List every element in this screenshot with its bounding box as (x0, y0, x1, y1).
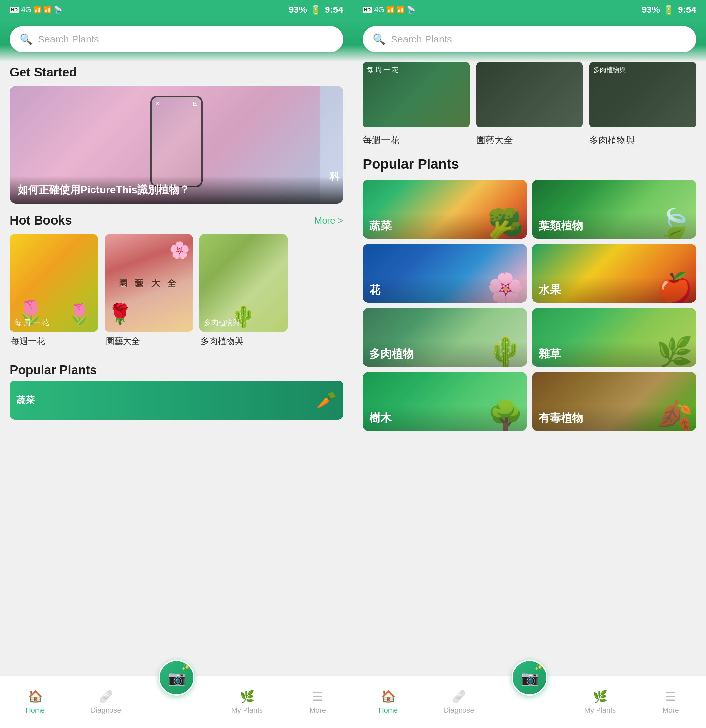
more-icon-left: ☰ (312, 690, 323, 703)
plant-card-fruits[interactable]: 🍎 水果 (532, 244, 696, 303)
right-phone-panel: HD 4G 📶 📶 📡 93% 🔋 9:54 🔍 Search Plants 每… (353, 0, 706, 728)
battery-icon-left: 🔋 (310, 4, 322, 15)
nav-diagnose-left[interactable]: 🩹 Diagnose (71, 676, 141, 728)
books-top-strip: 每 周 一 花 多肉植物與 (353, 62, 706, 134)
trees-label: 樹木 (363, 405, 527, 431)
leaves-label: 葉類植物 (532, 213, 696, 238)
book-card-2[interactable]: 園 藝 大 全 🌹 🌸 園藝大全 (105, 234, 193, 347)
popular-section-right: Popular Plants 🥦 蔬菜 🍃 葉類植物 🌸 花 (353, 153, 706, 431)
time-battery-right: 93% 🔋 9:54 (642, 4, 696, 15)
signal-icons-left: HD 4G 📶 📶 📡 (10, 5, 62, 14)
tulip-deco-2: 🌷 (67, 302, 91, 326)
search-icon-right: 🔍 (372, 33, 386, 45)
plant-card-toxic[interactable]: 🍂 有毒植物 (532, 372, 696, 431)
hot-books-more-link[interactable]: More > (315, 215, 343, 226)
plant-card-leaves[interactable]: 🍃 葉類植物 (532, 180, 696, 238)
plant-card-flowers[interactable]: 🌸 花 (363, 244, 527, 303)
nav-camera-left[interactable]: 📷 ✨ (141, 676, 212, 728)
plant-card-veggies[interactable]: 🥦 蔬菜 (363, 180, 527, 238)
book-name-r3: 多肉植物與 (589, 134, 696, 146)
popular-title-left: Popular Plants (10, 363, 97, 377)
signal-right: 4G (374, 5, 384, 14)
books-scroll-left: 🌷 🌷 每 周 一 花 每週一花 園 藝 大 全 🌹 🌸 園藝大全 (0, 234, 353, 353)
nav-myplants-left[interactable]: 🌿 My Plants (212, 676, 282, 728)
signal-bars-2-right: 📶 (397, 6, 405, 14)
nav-myplants-right[interactable]: 🌿 My Plants (565, 676, 635, 728)
succulent-label: 多肉植物 (363, 341, 527, 367)
book-img-2: 園 藝 大 全 🌹 🌸 (105, 234, 193, 332)
mini-book-label-1: 每 周 一 花 (367, 65, 398, 74)
veggies-label: 蔬菜 (363, 213, 527, 238)
preview-label: 蔬菜 (16, 394, 35, 406)
camera-fab-right[interactable]: 📷 ✨ (511, 660, 547, 696)
mini-book-1[interactable]: 每 周 一 花 (363, 62, 470, 127)
search-placeholder-left: Search Plants (38, 34, 99, 45)
home-icon-right: 🏠 (381, 690, 396, 703)
rose-deco: 🌹 (108, 302, 132, 326)
status-bar-left: HD 4G 📶 📶 📡 93% 🔋 9:54 (0, 0, 353, 20)
battery-pct-right: 93% (642, 4, 660, 15)
nav-diagnose-right[interactable]: 🩹 Diagnose (424, 676, 494, 728)
plant-card-succulent[interactable]: 🌵 多肉植物 (363, 308, 527, 367)
time-right: 9:54 (678, 4, 696, 15)
book-img-1: 🌷 🌷 每 周 一 花 (10, 234, 98, 332)
search-icon-left: 🔍 (20, 33, 33, 45)
nav-more-right[interactable]: ☰ More (635, 676, 706, 728)
header-right: 🔍 Search Plants (353, 20, 706, 62)
mini-book-2[interactable] (476, 62, 583, 127)
content-left: Get Started ✕ ⊞ 如何正確使用PictureThis識別植物？ 科… (0, 62, 353, 676)
search-bar-right[interactable]: 🔍 Search Plants (363, 26, 696, 52)
toxic-label: 有毒植物 (532, 405, 696, 431)
phone-illustration: ✕ ⊞ (150, 96, 203, 187)
more-label-left: More (309, 706, 326, 715)
signal-icons-right: HD 4G 📶 📶 📡 (363, 5, 416, 14)
wifi-icon-left2: 📡 (53, 6, 62, 14)
search-placeholder-right: Search Plants (391, 34, 452, 45)
flowers-label: 花 (363, 277, 527, 303)
camera-fab-left[interactable]: 📷 ✨ (159, 660, 195, 696)
mini-book-3[interactable]: 多肉植物與 (589, 62, 696, 127)
wifi-right: 📡 (407, 6, 416, 14)
book-img-3: 🌵 多肉植物與 (199, 234, 287, 332)
mini-book-label-3: 多肉植物與 (593, 65, 626, 74)
myplants-icon-right: 🌿 (593, 690, 608, 703)
book-card-1[interactable]: 🌷 🌷 每 周 一 花 每週一花 (10, 234, 98, 347)
signal-bars-right: 📶 (386, 6, 394, 14)
article-card[interactable]: ✕ ⊞ 如何正確使用PictureThis識別植物？ 科 (10, 86, 343, 204)
header-left: 🔍 Search Plants (0, 20, 353, 62)
myplants-icon-left: 🌿 (240, 690, 255, 703)
bottom-nav-left: 🏠 Home 🩹 Diagnose 📷 ✨ 🌿 My Plants ☰ More (0, 676, 353, 728)
home-icon-left: 🏠 (28, 690, 43, 703)
diagnose-icon-right: 🩹 (452, 690, 466, 703)
home-label-right: Home (379, 706, 398, 715)
rose-deco-2: 🌸 (169, 241, 189, 260)
myplants-label-left: My Plants (231, 706, 263, 715)
popular-title-right: Popular Plants (363, 153, 696, 172)
weeds-label: 雜草 (532, 341, 696, 367)
fruits-label: 水果 (532, 277, 696, 303)
diagnose-icon-left: 🩹 (99, 690, 113, 703)
nav-home-left[interactable]: 🏠 Home (0, 676, 71, 728)
search-bar-left[interactable]: 🔍 Search Plants (10, 26, 343, 52)
book-name-1: 每週一花 (10, 335, 98, 347)
phone-screen (152, 97, 201, 186)
home-label-left: Home (26, 706, 45, 715)
battery-pct-left: 93% (289, 4, 307, 15)
nav-camera-right[interactable]: 📷 ✨ (494, 676, 565, 728)
article-title: 如何正確使用PictureThis識別植物？ (18, 182, 335, 197)
time-battery-left: 93% 🔋 9:54 (289, 4, 343, 15)
close-icon-phone: ✕ (155, 100, 160, 107)
plant-card-weeds[interactable]: 🌿 雜草 (532, 308, 696, 367)
plants-grid: 🥦 蔬菜 🍃 葉類植物 🌸 花 🍎 水果 (363, 180, 696, 431)
plant-card-trees[interactable]: 🌳 樹木 (363, 372, 527, 431)
book-names-row: 每週一花 園藝大全 多肉植物與 (353, 134, 706, 153)
signal-bars-left: 4G (21, 5, 31, 14)
time-left: 9:54 (325, 4, 343, 15)
sparkle-left: ✨ (182, 663, 190, 671)
nav-home-right[interactable]: 🏠 Home (353, 676, 424, 728)
article-overlay: 如何正確使用PictureThis識別植物？ (10, 176, 343, 204)
book-card-3[interactable]: 🌵 多肉植物與 多肉植物與 (199, 234, 287, 347)
nav-more-left[interactable]: ☰ More (282, 676, 353, 728)
book-label-1: 每 周 一 花 (14, 318, 49, 328)
book-name-r1: 每週一花 (363, 134, 470, 146)
